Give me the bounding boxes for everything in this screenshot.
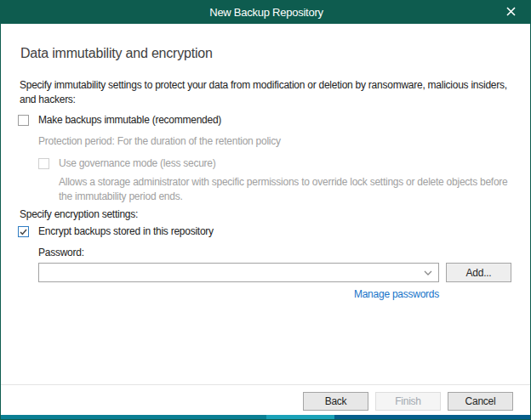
encrypt-backups-checkbox[interactable] bbox=[18, 226, 29, 237]
page-title: Data immutability and encryption bbox=[20, 46, 213, 61]
taskbar-strip bbox=[1, 415, 531, 419]
make-backups-immutable-label: Make backups immutable (recommended) bbox=[38, 114, 221, 127]
new-backup-repository-dialog: New Backup Repository Data immutability … bbox=[0, 0, 531, 420]
encrypt-backups-label: Encrypt backups stored in this repositor… bbox=[38, 225, 214, 238]
protection-period-text: Protection period: For the duration of t… bbox=[38, 135, 281, 148]
use-governance-mode-label: Use governance mode (less secure) bbox=[59, 157, 216, 170]
taskbar-strip-middle bbox=[266, 415, 334, 419]
checkmark-icon bbox=[20, 229, 27, 236]
encryption-intro-text: Specify encryption settings: bbox=[20, 207, 138, 222]
finish-button: Finish bbox=[375, 392, 441, 411]
immutability-intro-text: Specify immutability settings to protect… bbox=[20, 78, 511, 107]
make-backups-immutable-checkbox[interactable] bbox=[18, 115, 29, 126]
manage-passwords-link[interactable]: Manage passwords bbox=[38, 288, 439, 300]
close-button[interactable] bbox=[492, 0, 530, 24]
password-combobox[interactable] bbox=[38, 263, 439, 282]
titlebar: New Backup Repository bbox=[1, 0, 531, 24]
cancel-button[interactable]: Cancel bbox=[448, 392, 513, 411]
taskbar-strip-right bbox=[334, 415, 531, 419]
window-title: New Backup Repository bbox=[209, 6, 323, 19]
footer-divider bbox=[1, 384, 531, 385]
password-input[interactable] bbox=[39, 264, 418, 281]
password-label: Password: bbox=[38, 247, 84, 258]
back-button[interactable]: Back bbox=[303, 392, 368, 411]
add-password-button[interactable]: Add... bbox=[446, 263, 511, 282]
use-governance-mode-checkbox[interactable] bbox=[38, 158, 49, 169]
governance-mode-description: Allows a storage administrator with spec… bbox=[59, 175, 522, 204]
close-icon bbox=[506, 6, 516, 19]
taskbar-strip-left bbox=[1, 415, 266, 419]
chevron-down-icon[interactable] bbox=[418, 264, 438, 281]
